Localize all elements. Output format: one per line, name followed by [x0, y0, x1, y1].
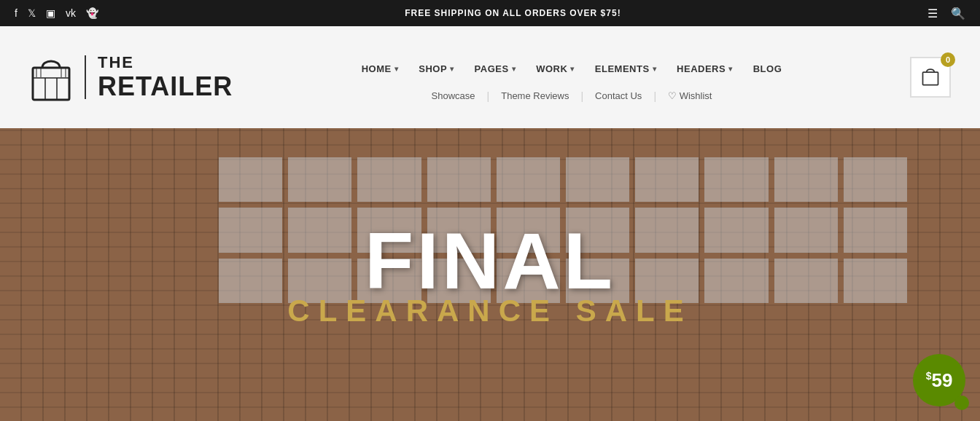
snapchat-icon[interactable]: 👻 — [86, 7, 98, 19]
hero-sub-heading: CLEARANCE SALE — [287, 294, 692, 328]
nav-work[interactable]: WORK ▾ — [527, 58, 583, 80]
nav-home[interactable]: HOME ▾ — [353, 58, 408, 80]
navigation-area: HOME ▾ SHOP ▾ PAGES ▾ WORK ▾ ELEMENTS ▾ … — [248, 26, 895, 128]
nav-headers[interactable]: HEADERS ▾ — [668, 58, 742, 80]
cart-badge: 0 — [941, 52, 955, 67]
hero-text-area: FINAL CLEARANCE SALE — [0, 128, 980, 421]
logo-text: THE RETAILER — [98, 53, 233, 101]
subnav-showcase[interactable]: Showcase — [420, 87, 487, 104]
sub-navigation: Showcase | Theme Reviews | Contact Us | … — [420, 87, 724, 104]
price-badge-decoration — [954, 396, 969, 410]
svg-rect-0 — [33, 68, 69, 100]
subnav-wishlist[interactable]: ♡ Wishlist — [656, 87, 723, 104]
nav-elements[interactable]: ELEMENTS ▾ — [586, 58, 665, 80]
nav-headers-arrow: ▾ — [728, 65, 733, 73]
nav-elements-arrow: ▾ — [653, 65, 657, 73]
hero-section: FINAL CLEARANCE SALE $59 — [0, 128, 980, 421]
nav-pages-arrow: ▾ — [512, 65, 516, 73]
price-badge[interactable]: $59 — [913, 354, 965, 406]
hamburger-icon[interactable]: ☰ — [928, 7, 938, 20]
nav-shop-arrow: ▾ — [450, 65, 454, 73]
subnav-theme-reviews[interactable]: Theme Reviews — [489, 87, 580, 104]
logo-divider — [85, 55, 86, 99]
nav-blog[interactable]: BLOG — [744, 58, 791, 80]
subnav-contact[interactable]: Contact Us — [583, 87, 653, 104]
main-navigation: HOME ▾ SHOP ▾ PAGES ▾ WORK ▾ ELEMENTS ▾ … — [353, 58, 791, 80]
cart-icon — [920, 67, 941, 87]
svg-rect-8 — [923, 72, 938, 85]
nav-shop[interactable]: SHOP ▾ — [410, 58, 462, 80]
site-header: THE RETAILER HOME ▾ SHOP ▾ PAGES ▾ WORK … — [0, 26, 980, 128]
nav-pages[interactable]: PAGES ▾ — [466, 58, 525, 80]
nav-work-arrow: ▾ — [570, 65, 575, 73]
nav-home-arrow: ▾ — [394, 65, 399, 73]
cart-button[interactable]: 0 — [910, 57, 951, 98]
facebook-icon[interactable]: f — [15, 7, 18, 19]
instagram-icon[interactable]: ▣ — [46, 7, 55, 19]
twitter-icon[interactable]: 𝕏 — [28, 7, 36, 19]
price-amount: $59 — [926, 371, 953, 390]
top-bar: f 𝕏 ▣ vk 👻 FREE SHIPPING ON ALL ORDERS O… — [0, 0, 980, 26]
social-icons: f 𝕏 ▣ vk 👻 — [15, 7, 98, 19]
shipping-banner: FREE SHIPPING ON ALL ORDERS OVER $75! — [98, 8, 928, 18]
vk-icon[interactable]: vk — [66, 7, 76, 19]
logo-bag-icon — [29, 52, 73, 103]
search-icon[interactable]: 🔍 — [951, 7, 965, 20]
top-bar-actions: ☰ 🔍 — [928, 7, 965, 20]
hero-main-heading: FINAL — [365, 221, 615, 301]
logo-area[interactable]: THE RETAILER — [29, 52, 248, 103]
